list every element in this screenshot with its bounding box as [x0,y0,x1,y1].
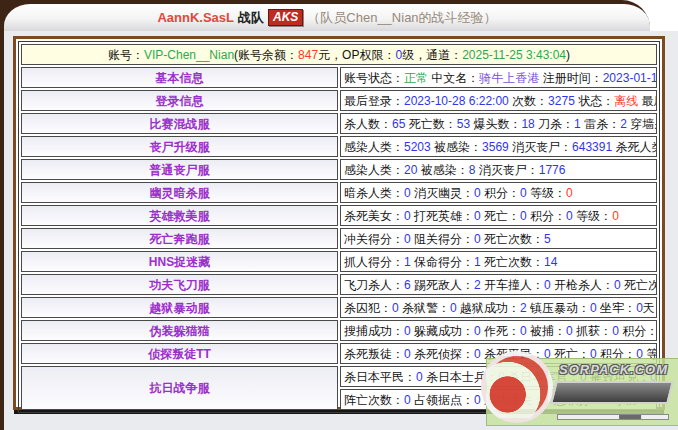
stat-segment: 6 [404,278,411,292]
stat-segment: 2025-11-25 3:43:04 [462,48,566,62]
table-row: 伪装躲猫猫搜捕成功：0 躲藏成功：0 作死：0 被捕：0 抓获：0 积分：0 等… [21,320,657,341]
row-label: 抗日战争服 [21,366,338,410]
stat-segment: 元，OP权限： [318,48,395,62]
stat-segment: 0 [544,278,551,292]
stat-segment: 冲关得分： [344,232,404,246]
stat-segment: 0 [566,186,573,200]
stat-segment: 骑牛上香港 [479,71,539,85]
stat-segment: 账号： [108,48,144,62]
table-row: 幽灵暗杀服暗杀人类：0 消灭幽灵：0 积分：0 等级：0 [21,182,657,203]
table-row: 普通丧尸服感染人类：20 被感染：8 消灭丧尸：1776 [21,159,657,180]
stat-segment: 消灭丧尸： [475,163,538,177]
player-experience-note: （队员Chen__Nian的战斗经验） [307,9,496,27]
stat-segment: 杀死人类： [612,140,657,154]
stat-segment: 账号状态： [344,71,404,85]
stat-segment: 感染人类： [344,163,404,177]
watermark: SORPACK.COM [486,358,678,426]
stat-segment: 1776 [539,163,566,177]
stat-segment: 0 [474,324,481,338]
row-stats: 感染人类：20 被感染：8 消灭丧尸：1776 [340,159,657,180]
stat-segment: 保命得分： [411,255,474,269]
stat-segment: 3569 [482,140,509,154]
stat-segment: 踢死敌人： [411,278,474,292]
table-row: 比赛混战服杀人数：65 死亡数：53 爆头数：18 刀杀：1 雷杀：2 穿墙杀人… [21,113,657,134]
stat-segment: (账号余额： [234,48,298,62]
stat-segment: 被捕： [527,324,566,338]
stat-segment: 杀狱警： [399,301,450,315]
watermark-ball-icon [481,351,553,423]
stat-segment: 2023-10-28 6:22:00 [404,94,509,108]
row-stats: 杀死美女：0 打死英雄：0 死亡：0 积分：0 等级：0 [340,205,657,226]
row-label: 丧尸升级服 [21,136,338,157]
stat-segment: 杀囚犯： [344,301,392,315]
stat-segment: 刀杀： [535,117,574,131]
stat-segment: 开枪杀人： [551,278,614,292]
table-row: 登录信息最后登录：2023-10-28 6:22:00 次数：3275 状态：离… [21,90,657,111]
row-stats: 账号状态：正常 中文名：骑牛上香港 注册时间：2023-01-12 0:47:0… [340,67,657,88]
stat-segment: 杀死美女： [344,209,404,223]
team-name: AannK.SasL [157,10,234,25]
stat-segment: 0 [404,324,411,338]
stat-segment: 开车撞人： [481,278,544,292]
row-label: 英雄救美服 [21,205,338,226]
stat-segment: 1 [404,255,411,269]
stat-segment: 消灭幽灵： [411,186,474,200]
stat-segment: 18 [521,117,534,131]
stat-segment: 抓获： [573,324,612,338]
stat-segment: 天 看守： [643,301,657,315]
stat-segment: 2023-01-12 0:47:00 [603,71,657,85]
stat-segment: 53 [457,117,470,131]
stat-segment: 消灭丧尸： [509,140,572,154]
stat-segment: 杀死叛徒： [344,347,404,361]
stat-segment: 0 [474,347,481,361]
stat-segment: 正常 [404,71,428,85]
row-stats: 搜捕成功：0 躲藏成功：0 作死：0 被捕：0 抓获：0 积分：0 等级：0 [340,320,657,341]
stat-segment: 抓人得分： [344,255,404,269]
stat-segment: 0 [404,347,411,361]
stat-segment: 杀人数： [344,117,392,131]
table-row: 英雄救美服杀死美女：0 打死英雄：0 死亡：0 积分：0 等级：0 [21,205,657,226]
watermark-banner [550,381,674,404]
row-label: 登录信息 [21,90,338,111]
stat-segment: 0 [450,301,457,315]
watermark-underline [557,414,669,420]
stat-segment: 0 [474,393,481,407]
row-stats: 抓人得分：1 保命得分：1 死亡次数：14 [340,251,657,272]
row-stats: 冲关得分：0 阻关得分：0 死亡次数：5 [340,228,657,249]
row-label: 功夫飞刀服 [21,274,338,295]
stat-segment: 0 [590,301,597,315]
stat-segment: 阻关得分： [411,232,474,246]
table-row: 死亡奔跑服冲关得分：0 阻关得分：0 死亡次数：5 [21,228,657,249]
stat-segment: 穿墙杀人： [627,117,657,131]
stat-segment: 3275 [548,94,575,108]
row-label: 越狱暴动服 [21,297,338,318]
stat-segment: 65 [392,117,405,131]
table-row: 越狱暴动服杀囚犯：0 杀狱警：0 越狱成功：2 镇压暴动：0 坐牢：0天 看守：… [21,297,657,318]
row-stats: 飞刀杀人：6 踢死敌人：2 开车撞人：0 开枪杀人：0 死亡次数：13 积分：8… [340,274,657,295]
stat-segment: 等级： [527,186,566,200]
table-row: HNS捉迷藏抓人得分：1 保命得分：1 死亡次数：14 [21,251,657,272]
stat-segment: 0 [520,186,527,200]
stat-segment: 状态： [575,94,614,108]
stat-segment: 坐牢： [597,301,636,315]
stat-segment: 注册时间： [539,71,602,85]
row-label: 普通丧尸服 [21,159,338,180]
stat-segment: 积分： [481,186,520,200]
stat-segment: 5 [544,232,551,246]
row-label: 比赛混战服 [21,113,338,134]
stat-segment: 镇压暴动： [527,301,590,315]
stat-segment: 占领据点： [411,393,474,407]
row-label: 侦探叛徒TT [21,343,338,364]
stat-segment: 雷杀： [581,117,620,131]
stat-segment: 20 [404,163,417,177]
team-badge-icon: AKS [268,9,303,26]
stat-segment: 最后在线： [638,94,657,108]
stat-segment: 中文名： [428,71,479,85]
watermark-site-text: SORPACK.COM [559,362,668,377]
account-summary-bar: 账号：VIP-Chen__Nian(账号余额：847元，OP权限：0级，通道：2… [21,44,657,65]
stat-segment: 1 [474,255,481,269]
stat-segment: 被感染： [431,140,482,154]
stat-segment: 0 [636,301,643,315]
stat-segment: 0 [404,393,411,407]
stat-segment: 14 [544,255,557,269]
